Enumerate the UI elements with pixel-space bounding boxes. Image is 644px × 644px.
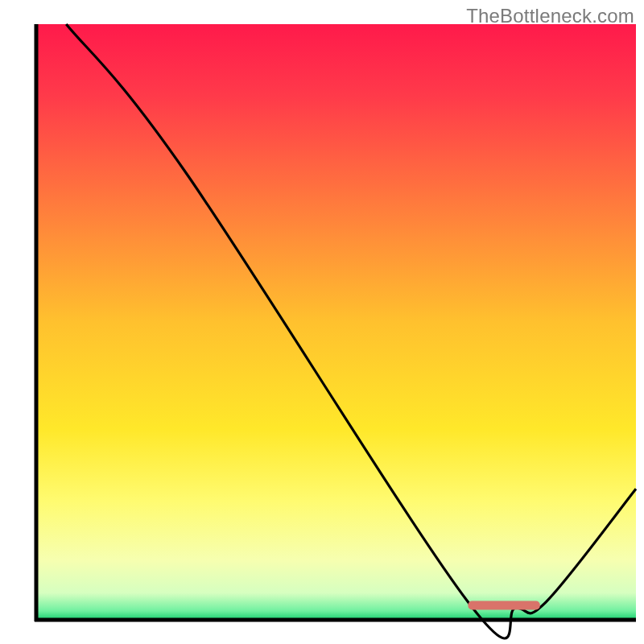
optimum-marker	[468, 601, 539, 610]
plot-background	[36, 24, 636, 620]
bottleneck-chart	[0, 0, 644, 644]
watermark-text: TheBottleneck.com	[466, 5, 634, 27]
